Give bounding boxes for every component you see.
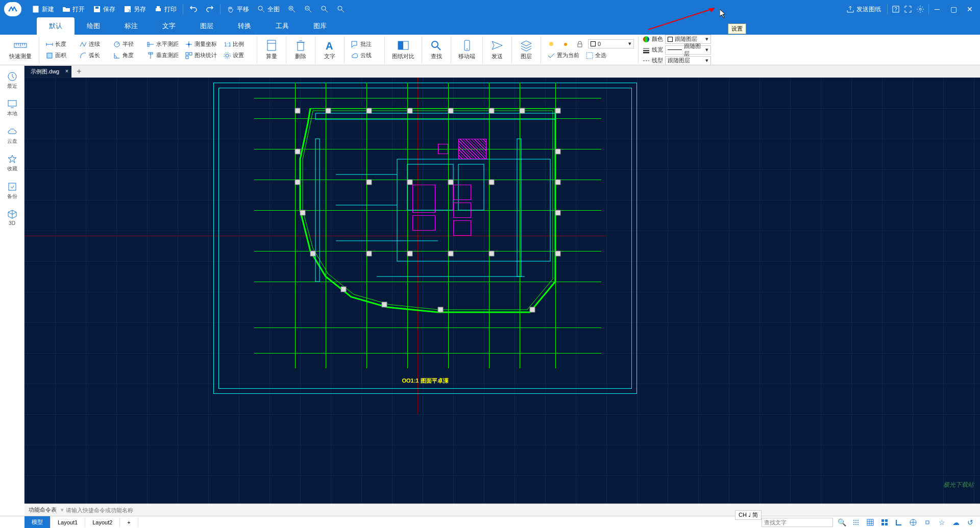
tab-convert[interactable]: 转换	[226, 17, 263, 35]
tab-text[interactable]: 文字	[150, 17, 188, 35]
print-button[interactable]: 打印	[150, 3, 181, 16]
angle-button[interactable]: 角度	[111, 51, 142, 61]
zoom-in-button[interactable]	[284, 3, 300, 15]
send-drawing-button[interactable]: 发送图纸	[842, 3, 885, 16]
document-tab[interactable]: 示例图.dwg×	[24, 66, 71, 78]
search-text-input[interactable]	[762, 518, 833, 527]
quick-measure-button[interactable]: 快速测量	[6, 38, 35, 61]
sidebar-backup[interactable]: 备份	[5, 180, 19, 202]
undo-button[interactable]	[185, 3, 202, 15]
sidebar-3d[interactable]: 3D	[5, 207, 19, 228]
zoom-window-button[interactable]	[316, 3, 333, 15]
layer-combo[interactable]: 0▾	[588, 39, 634, 48]
add-layout-button[interactable]: +	[120, 517, 138, 527]
svg-rect-107	[407, 180, 412, 185]
svg-rect-111	[407, 251, 412, 256]
help-button[interactable]: ?	[890, 3, 902, 15]
save-as-icon	[124, 5, 132, 13]
svg-rect-94	[295, 149, 300, 154]
command-input[interactable]	[64, 507, 980, 513]
scale-button[interactable]: 1:1比例	[221, 39, 253, 49]
linetype-select[interactable]: 跟随图层▾	[665, 56, 711, 65]
select-all-button[interactable]: 全选	[583, 51, 615, 61]
ortho-button[interactable]	[893, 517, 904, 527]
compare-button[interactable]: 图纸对比	[389, 38, 418, 61]
grid2-button[interactable]	[879, 517, 890, 527]
mobile-button[interactable]: 移动端	[455, 38, 478, 61]
save-button[interactable]: 保存	[89, 3, 119, 16]
polar-button[interactable]	[908, 517, 919, 527]
arc-button[interactable]: 弧长	[77, 51, 109, 61]
zoom-fit-button[interactable]: 全图	[253, 3, 284, 16]
tab-tools[interactable]: 工具	[263, 17, 301, 35]
layout-model[interactable]: 模型	[24, 516, 51, 528]
add-tab-button[interactable]: +	[71, 67, 86, 76]
drawing-canvas[interactable]: OO1:1 图面平卓渫 极光下载站	[24, 78, 980, 504]
favorite-button[interactable]: ☆	[936, 517, 947, 527]
close-button[interactable]: ✕	[964, 3, 976, 15]
redo-button[interactable]	[202, 3, 218, 15]
grid-button[interactable]	[865, 517, 876, 527]
maximize-button[interactable]: ▢	[947, 3, 960, 15]
send-button[interactable]: 发送	[487, 38, 507, 61]
open-button[interactable]: 打开	[58, 3, 89, 16]
search-go-button[interactable]: 🔍	[836, 517, 847, 527]
zoom-out-button[interactable]	[300, 3, 316, 15]
sidebar-recent[interactable]: 最近	[5, 69, 19, 92]
save-icon	[93, 5, 101, 13]
close-tab-icon[interactable]: ×	[65, 68, 68, 74]
sidebar-cloud[interactable]: 云盘	[5, 124, 19, 147]
new-button[interactable]: 新建	[28, 3, 58, 16]
ime-indicator: CH ♩ 简	[735, 510, 762, 520]
layer-sun[interactable]	[559, 39, 572, 49]
tab-annotate[interactable]: 标注	[112, 17, 150, 35]
annotate-button[interactable]: 批注	[349, 39, 380, 49]
svg-line-11	[292, 10, 295, 12]
settings-button[interactable]	[914, 3, 926, 15]
history-button[interactable]: ↺	[965, 517, 976, 527]
area-button[interactable]: 面积	[43, 51, 75, 61]
layout-2[interactable]: Layout2	[85, 517, 120, 527]
tab-layers[interactable]: 图层	[188, 17, 226, 35]
coord-button[interactable]: 测量坐标	[183, 39, 219, 49]
minimize-button[interactable]: ─	[931, 3, 943, 15]
tab-library[interactable]: 图库	[301, 17, 339, 35]
cloud-button[interactable]: 云线	[349, 51, 380, 61]
hdist-button[interactable]: 水平测距	[144, 39, 181, 49]
save-as-button[interactable]: 另存	[119, 3, 150, 16]
cloud-status-button[interactable]: ☁	[950, 517, 962, 527]
sidebar-local[interactable]: 本地	[5, 97, 19, 119]
text-icon: A	[323, 39, 337, 52]
fullscreen-icon	[904, 5, 912, 13]
set-current-button[interactable]: 置为当前	[545, 51, 581, 61]
tab-default[interactable]: 默认	[37, 17, 75, 35]
annotate-icon	[351, 40, 359, 48]
text-button[interactable]: A文字	[320, 38, 340, 61]
layout-1[interactable]: Layout1	[51, 517, 85, 527]
layer-button[interactable]: 图层	[516, 38, 536, 61]
lineweight-select[interactable]: 跟随图层▾	[665, 45, 711, 55]
osnap-button[interactable]	[922, 517, 933, 527]
find-button[interactable]: 查找	[426, 38, 447, 61]
radius-button[interactable]: 半径	[111, 39, 142, 49]
layer-bulb[interactable]	[545, 39, 557, 49]
zoom-prev-button[interactable]	[333, 3, 349, 15]
app-logo	[4, 2, 21, 16]
sidebar-favorites[interactable]: 收藏	[5, 152, 19, 174]
vdist-button[interactable]: 垂直测距	[144, 51, 181, 61]
pan-button[interactable]: 平移	[223, 3, 253, 16]
svg-point-0	[9, 10, 10, 12]
tab-draw[interactable]: 绘图	[75, 17, 112, 35]
fullscreen-button[interactable]	[902, 3, 914, 15]
layer-lock[interactable]	[574, 39, 586, 49]
blockcount-button[interactable]: 图块统计	[183, 51, 219, 61]
delete-button[interactable]: 删除	[290, 38, 311, 61]
settings-item-button[interactable]: 设置	[221, 51, 253, 61]
snap-grid-button[interactable]	[850, 517, 862, 527]
svg-rect-100	[310, 251, 315, 256]
zoom-out-icon	[304, 5, 312, 13]
cursor-icon	[720, 9, 728, 19]
continuous-button[interactable]: 连续	[77, 39, 109, 49]
calc-button[interactable]: 算量	[261, 38, 282, 61]
length-button[interactable]: 长度	[43, 39, 75, 49]
